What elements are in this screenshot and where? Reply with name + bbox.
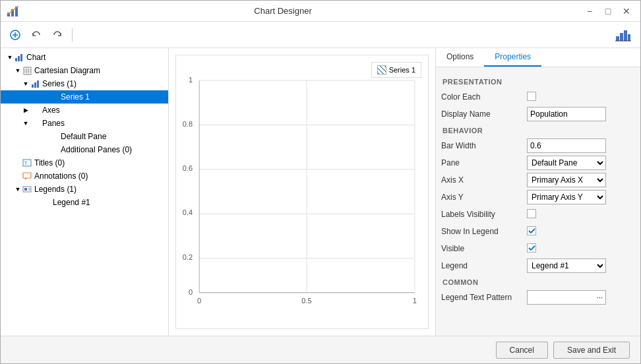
- prop-row-axis-x: Axis X Primary Axis X: [441, 173, 635, 187]
- toggle-chart[interactable]: ▼: [6, 53, 14, 61]
- legend-color-swatch: [377, 65, 386, 75]
- chart-area: Series 1 1 0.8 0.6 0.4 0.2 0: [169, 48, 436, 336]
- default-pane-label: Default Pane: [61, 132, 106, 141]
- svg-rect-25: [23, 173, 31, 178]
- select-axis-x[interactable]: Primary Axis X: [527, 173, 606, 187]
- input-bar-width[interactable]: [527, 138, 606, 153]
- tree-item-titles[interactable]: T Titles (0): [1, 156, 168, 169]
- tree-item-axes[interactable]: ▶ Axes: [1, 104, 168, 117]
- prop-row-display-name: Display Name: [441, 107, 635, 121]
- value-visible: [527, 243, 635, 254]
- tree-item-series1[interactable]: Series 1: [1, 90, 168, 104]
- tab-options[interactable]: Options: [436, 48, 484, 67]
- svg-text:0.2: 0.2: [183, 253, 193, 261]
- select-axis-y[interactable]: Primary Axis Y: [527, 190, 606, 204]
- cartesian-label: Cartesian Diagram: [34, 66, 100, 75]
- default-pane-icon: [48, 131, 59, 142]
- ellipsis-legend-text-pattern[interactable]: ···: [527, 290, 606, 305]
- toolbar-separator: [72, 28, 73, 42]
- toggle-cartesian[interactable]: ▼: [14, 67, 22, 75]
- titles-icon: T: [22, 158, 32, 168]
- close-button[interactable]: ✕: [618, 5, 635, 18]
- tree-item-panes[interactable]: ▼ Panes: [1, 117, 168, 130]
- undo-button[interactable]: [27, 26, 46, 44]
- minimize-button[interactable]: −: [581, 5, 598, 18]
- input-display-name[interactable]: [527, 107, 606, 121]
- svg-rect-20: [32, 84, 34, 88]
- svg-text:0: 0: [189, 288, 193, 296]
- legends-icon: [22, 184, 32, 195]
- app-icon: [6, 5, 19, 18]
- cancel-button[interactable]: Cancel: [496, 342, 548, 359]
- tree-item-cartesian[interactable]: ▼ Cartesian Diagram: [1, 64, 168, 77]
- tree-item-default-pane[interactable]: Default Pane: [1, 130, 168, 143]
- checkbox-show-in-legend[interactable]: [527, 226, 536, 235]
- titles-label: Titles (0): [34, 158, 65, 167]
- redo-button[interactable]: [48, 26, 67, 44]
- toggle-legends[interactable]: ▼: [14, 185, 22, 193]
- tree-item-chart[interactable]: ▼ Chart: [1, 51, 168, 64]
- prop-row-visible: Visible: [441, 241, 635, 256]
- svg-rect-10: [628, 34, 630, 41]
- main-content: ▼ Chart ▼: [1, 48, 640, 336]
- svg-rect-7: [616, 36, 619, 41]
- window-controls: − □ ✕: [581, 5, 635, 18]
- tree-item-legend1[interactable]: Legend #1: [1, 196, 168, 209]
- toggle-series-group[interactable]: ▼: [22, 80, 30, 88]
- legends-label: Legends (1): [34, 185, 76, 194]
- prop-row-legend: Legend Legend #1: [441, 258, 635, 273]
- value-labels-visibility: [527, 209, 635, 220]
- axes-label: Axes: [42, 106, 60, 115]
- svg-rect-21: [34, 82, 36, 88]
- tree-item-series-group[interactable]: ▼ Series (1): [1, 77, 168, 90]
- prop-row-legend-text-pattern: Legend Text Pattern ···: [441, 290, 635, 305]
- tree-item-additional-panes[interactable]: Additional Panes (0): [1, 143, 168, 156]
- additional-panes-label: Additional Panes (0): [61, 145, 132, 154]
- label-pane: Pane: [441, 158, 527, 167]
- tree-item-legends[interactable]: ▼ Legends (1): [1, 183, 168, 196]
- svg-rect-15: [24, 67, 31, 75]
- checkbox-color-each[interactable]: [527, 92, 536, 101]
- svg-text:T: T: [24, 161, 28, 166]
- svg-text:0.5: 0.5: [301, 297, 311, 305]
- save-exit-button[interactable]: Save and Exit: [553, 342, 630, 359]
- label-show-in-legend: Show In Legend: [441, 227, 527, 236]
- series-group-label: Series (1): [42, 79, 76, 88]
- svg-text:0.6: 0.6: [183, 164, 193, 172]
- svg-text:0.4: 0.4: [183, 208, 193, 216]
- series-group-icon: [30, 78, 40, 89]
- toggle-axes[interactable]: ▶: [22, 106, 30, 114]
- label-visible: Visible: [441, 244, 527, 253]
- value-legend-text-pattern: ···: [527, 290, 635, 305]
- svg-text:1: 1: [189, 76, 193, 84]
- tree-item-annotations[interactable]: Annotations (0): [1, 169, 168, 183]
- label-display-name: Display Name: [441, 109, 527, 119]
- chart-svg: 1 0.8 0.6 0.4 0.2 0: [176, 55, 428, 328]
- svg-text:1: 1: [413, 297, 417, 305]
- legend1-label: Legend #1: [53, 198, 90, 207]
- checkbox-visible[interactable]: [527, 243, 536, 253]
- toggle-annotations: [14, 172, 22, 180]
- toggle-legend1: [32, 198, 40, 206]
- maximize-button[interactable]: □: [599, 5, 617, 18]
- toolbar: [1, 22, 640, 48]
- add-button[interactable]: [6, 26, 24, 44]
- select-pane[interactable]: Default Pane: [527, 156, 606, 170]
- section-presentation: PRESENTATION: [441, 78, 635, 86]
- prop-row-color-each: Color Each: [441, 90, 635, 104]
- panes-label: Panes: [42, 119, 65, 128]
- prop-row-pane: Pane Default Pane: [441, 156, 635, 170]
- title-bar: Chart Designer − □ ✕: [1, 1, 640, 22]
- chart-type-button[interactable]: [611, 26, 635, 44]
- select-legend[interactable]: Legend #1: [527, 258, 606, 273]
- properties-panel: Options Properties PRESENTATION Color Ea…: [436, 48, 640, 336]
- toggle-titles: [14, 159, 22, 167]
- tab-properties[interactable]: Properties: [484, 48, 541, 67]
- checkbox-labels-visibility[interactable]: [527, 209, 536, 218]
- prop-row-labels-visibility: Labels Visibility: [441, 207, 635, 222]
- toggle-series1: [40, 93, 48, 101]
- chart-legend: Series 1: [371, 62, 421, 78]
- label-axis-y: Axis Y: [441, 193, 527, 202]
- toggle-panes[interactable]: ▼: [22, 119, 30, 127]
- series1-label: Series 1: [61, 92, 90, 102]
